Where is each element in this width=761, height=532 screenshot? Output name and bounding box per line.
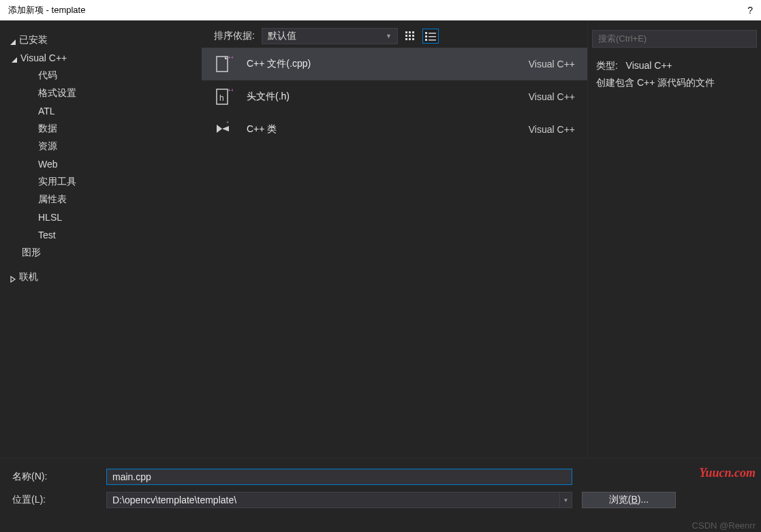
help-icon[interactable]: ?	[747, 5, 753, 16]
toolbar: 排序依据: 默认值 ▼	[202, 20, 587, 48]
svg-rect-1	[409, 31, 411, 33]
tree-item-test[interactable]: Test	[0, 226, 202, 244]
right-panel: 搜索(Ctrl+E) 类型: Visual C++ 创建包含 C++ 源代码的文…	[587, 20, 761, 458]
tree-item-hlsl[interactable]: HLSL	[0, 208, 202, 226]
sort-value: 默认值	[268, 30, 296, 42]
tree-label: 格式设置	[38, 87, 76, 99]
h-file-icon: h++	[211, 85, 234, 108]
template-lang: Visual C++	[529, 124, 575, 135]
template-lang: Visual C++	[529, 59, 575, 69]
svg-text:++: ++	[228, 87, 233, 93]
name-input[interactable]	[106, 469, 572, 485]
template-name: C++ 文件(.cpp)	[247, 58, 529, 70]
svg-rect-8	[412, 38, 414, 40]
svg-rect-14	[429, 40, 436, 41]
cpp-file-icon: ++	[211, 52, 234, 76]
sidebar: 已安装 Visual C++ 代码 格式设置 ATL 数据 资源 Web 实用工…	[0, 20, 202, 458]
svg-rect-6	[405, 38, 407, 40]
search-input[interactable]: 搜索(Ctrl+E)	[592, 30, 757, 48]
chevron-down-icon	[11, 54, 18, 61]
tree-item-installed[interactable]: 已安装	[0, 31, 202, 49]
svg-rect-10	[429, 33, 436, 34]
tree-item-resource[interactable]: 资源	[0, 138, 202, 155]
tree-item-data[interactable]: 数据	[0, 120, 202, 138]
tree-label: ATL	[38, 106, 55, 116]
chevron-down-icon	[10, 37, 16, 44]
tree-item-code[interactable]: 代码	[0, 67, 202, 84]
tree-label: Visual C++	[20, 52, 67, 63]
tree-item-visual-cpp[interactable]: Visual C++	[0, 49, 202, 67]
search-placeholder: 搜索(Ctrl+E)	[598, 33, 647, 45]
tree-item-online[interactable]: 联机	[0, 268, 202, 286]
svg-rect-12	[429, 36, 436, 37]
tree-label: 联机	[19, 271, 38, 283]
template-name: C++ 类	[247, 123, 529, 136]
tree-label: 图形	[22, 247, 41, 259]
template-item-h-file[interactable]: h++ 头文件(.h) Visual C++	[202, 80, 587, 113]
window-title: 添加新项 - template	[8, 4, 85, 16]
sort-select[interactable]: 默认值 ▼	[262, 28, 398, 44]
tree-item-property[interactable]: 属性表	[0, 191, 202, 208]
chevron-down-icon: ▼	[386, 33, 392, 40]
tree-item-graphics[interactable]: 图形	[0, 244, 202, 262]
tree-item-utility[interactable]: 实用工具	[0, 173, 202, 191]
sort-label: 排序依据:	[214, 30, 255, 42]
tree-item-web[interactable]: Web	[0, 155, 202, 173]
tree-label: 数据	[38, 123, 57, 135]
tree-label: HLSL	[38, 212, 62, 223]
template-item-cpp-file[interactable]: ++ C++ 文件(.cpp) Visual C++	[202, 48, 587, 80]
svg-rect-2	[412, 31, 414, 33]
browse-button[interactable]: 浏览(B)...	[582, 492, 676, 508]
cpp-class-icon: +	[211, 118, 234, 141]
svg-rect-3	[405, 35, 407, 37]
main-area: 已安装 Visual C++ 代码 格式设置 ATL 数据 资源 Web 实用工…	[0, 20, 761, 458]
svg-rect-11	[425, 35, 427, 37]
name-label: 名称(N):	[12, 471, 106, 483]
tree-label: Web	[38, 159, 58, 170]
browse-label: 浏览(B)...	[609, 494, 649, 506]
svg-text:+: +	[226, 120, 229, 125]
tree-label: 已安装	[19, 34, 48, 46]
type-value: Visual C++	[626, 60, 672, 71]
template-list: ++ C++ 文件(.cpp) Visual C++ h++ 头文件(.h) V…	[202, 48, 587, 458]
svg-rect-13	[425, 39, 427, 41]
tree-label: 资源	[38, 140, 57, 153]
tree-label: 属性表	[38, 193, 67, 206]
tree-label: 代码	[38, 69, 57, 82]
chevron-right-icon	[10, 274, 16, 281]
tree-item-format[interactable]: 格式设置	[0, 84, 202, 102]
center-panel: 排序依据: 默认值 ▼ ++ C++ 文件(.cpp) Visual C++	[202, 20, 587, 458]
tree-item-atl[interactable]: ATL	[0, 102, 202, 120]
info-area: 类型: Visual C++ 创建包含 C++ 源代码的文件	[588, 57, 761, 91]
tree-label: Test	[38, 230, 56, 240]
svg-rect-9	[425, 32, 427, 34]
svg-rect-5	[412, 35, 414, 37]
tree-label: 实用工具	[38, 176, 76, 188]
svg-rect-0	[405, 31, 407, 33]
template-name: 头文件(.h)	[247, 91, 529, 103]
titlebar: 添加新项 - template ?	[0, 0, 761, 20]
location-label: 位置(L):	[12, 494, 106, 506]
view-list-button[interactable]	[422, 29, 439, 44]
location-dropdown[interactable]: ▼	[560, 492, 572, 508]
type-label: 类型:	[596, 60, 618, 71]
view-grid-button[interactable]	[402, 29, 418, 44]
template-item-cpp-class[interactable]: + C++ 类 Visual C++	[202, 113, 587, 146]
location-input[interactable]: D:\opencv\template\template\	[106, 492, 560, 508]
template-lang: Visual C++	[529, 91, 575, 102]
svg-text:h: h	[219, 93, 224, 103]
svg-rect-7	[409, 38, 411, 40]
description: 创建包含 C++ 源代码的文件	[596, 74, 753, 91]
svg-rect-4	[409, 35, 411, 37]
svg-text:++: ++	[228, 54, 233, 61]
bottom-form: 名称(N): 位置(L): D:\opencv\template\templat…	[0, 458, 761, 532]
